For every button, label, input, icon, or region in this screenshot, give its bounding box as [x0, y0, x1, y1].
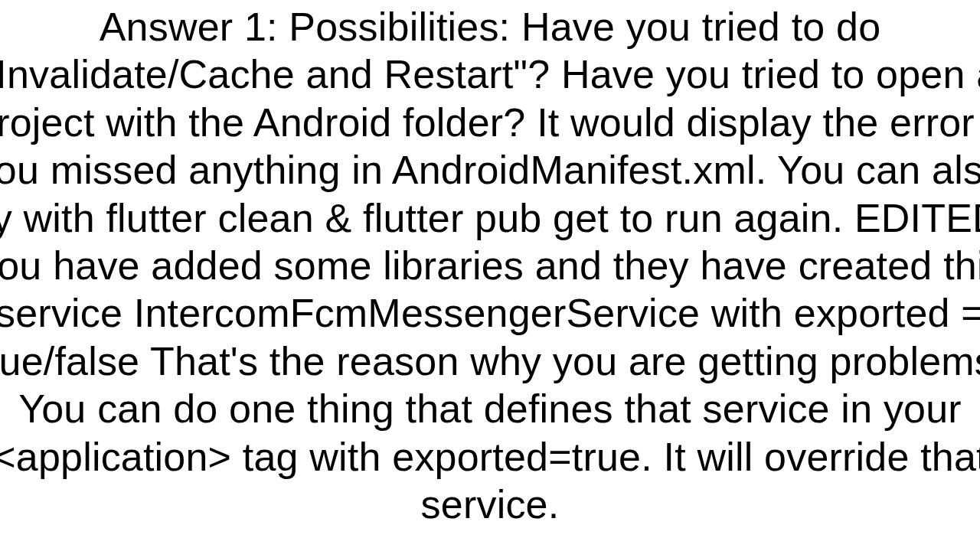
- answer-text: Answer 1: Possibilities: Have you tried …: [0, 3, 980, 528]
